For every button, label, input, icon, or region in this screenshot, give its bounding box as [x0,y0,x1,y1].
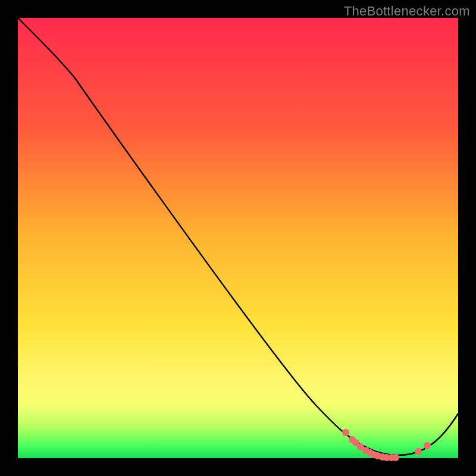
chart-frame: TheBottlenecker.com [0,0,476,476]
marker-dot [342,429,349,436]
watermark-label: TheBottlenecker.com [344,4,470,19]
marker-dot [415,448,422,455]
marker-group [342,429,431,461]
plot-area [18,18,458,458]
marker-dot [392,454,399,461]
marker-dot [424,442,431,449]
curve-layer [18,18,458,458]
bottleneck-curve-path [18,18,458,455]
